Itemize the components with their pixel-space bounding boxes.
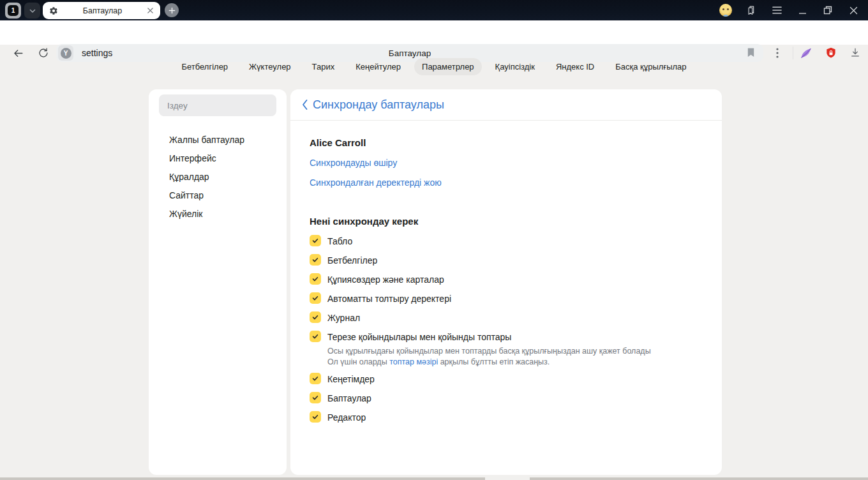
window-minimize-button[interactable] xyxy=(791,0,813,20)
nav-tab-extensions[interactable]: Кеңейтулер xyxy=(348,58,408,75)
nav-tab-settings[interactable]: Параметрлер xyxy=(414,58,482,75)
download-icon xyxy=(849,47,861,59)
maximize-restore-icon xyxy=(823,6,832,15)
checkbox-checked-icon[interactable] xyxy=(310,292,321,304)
nav-tab-security[interactable]: Қауіпсіздік xyxy=(488,58,542,75)
delete-synced-data-link[interactable]: Синхрондалған деректерді жою xyxy=(310,177,703,188)
settings-nav: Бетбелгілер Жүктеулер Тарих Кеңейтулер П… xyxy=(0,58,868,75)
sidebar-item-general[interactable]: Жалпы баптаулар xyxy=(149,131,287,149)
protect-icon: Y xyxy=(61,48,71,59)
titlebar: 1 Баптаулар xyxy=(0,0,868,20)
nav-tab-bookmarks[interactable]: Бетбелгілер xyxy=(174,58,236,75)
sync-settings-panel: Синхрондау баптаулары Alice Carroll Синх… xyxy=(290,89,722,475)
checkbox-checked-icon[interactable] xyxy=(310,411,321,423)
nav-tab-downloads[interactable]: Жүктеулер xyxy=(241,58,299,75)
url-text: settings xyxy=(82,48,112,58)
nav-tab-other-devices[interactable]: Басқа құрылғылар xyxy=(608,58,694,75)
settings-search[interactable] xyxy=(159,94,276,116)
tab-close-icon[interactable] xyxy=(147,7,154,14)
window-maximize-button[interactable] xyxy=(817,0,839,20)
hamburger-menu-icon xyxy=(772,6,782,15)
reload-icon xyxy=(38,47,49,59)
checkbox-checked-icon[interactable] xyxy=(310,273,321,285)
settings-sidebar: Жалпы баптаулар Интерфейс Құралдар Сайтт… xyxy=(149,89,287,475)
panels-bookmarks-button[interactable] xyxy=(740,0,762,20)
window-bottom-edge xyxy=(0,477,868,480)
bookmarks-panel-icon xyxy=(745,4,758,17)
toolbar: Y settings Баптаулар xyxy=(0,20,868,45)
chevron-down-icon xyxy=(29,7,36,15)
checkbox-checked-icon[interactable] xyxy=(310,311,321,323)
nav-tab-yandex-id[interactable]: Яндекс ID xyxy=(548,58,602,75)
back-chevron-icon xyxy=(301,99,308,110)
omnibox-page-title: Баптаулар xyxy=(56,49,763,58)
checkbox-checked-icon[interactable] xyxy=(310,331,321,342)
sidebar-item-tools[interactable]: Құралдар xyxy=(149,168,287,186)
checkbox-checked-icon[interactable] xyxy=(310,392,321,403)
tab-counter-button[interactable]: 1 xyxy=(5,3,21,19)
account-name: Alice Carroll xyxy=(310,137,703,148)
gear-icon xyxy=(49,6,58,15)
new-tab-button[interactable] xyxy=(165,3,179,17)
checkbox-checked-icon[interactable] xyxy=(310,254,321,266)
window-close-button[interactable] xyxy=(842,0,864,20)
sidebar-item-sites[interactable]: Сайттар xyxy=(149,186,287,205)
avatar xyxy=(719,4,732,17)
disable-sync-link[interactable]: Синхрондауды өшіру xyxy=(310,158,703,168)
tab-list-chevron-button[interactable] xyxy=(24,3,40,19)
bookmark-page-button[interactable] xyxy=(746,47,756,58)
browser-menu-button[interactable] xyxy=(766,0,788,20)
toolbar-separator xyxy=(793,47,793,59)
checkbox-row-bookmarks[interactable]: Бетбелгілер xyxy=(310,254,703,266)
checkbox-checked-icon[interactable] xyxy=(310,373,321,384)
checkbox-checked-icon[interactable] xyxy=(310,235,321,246)
back-arrow-icon xyxy=(12,47,24,59)
checkbox-row-tablo[interactable]: Табло xyxy=(310,235,703,247)
tab-counter-value: 1 xyxy=(8,5,19,16)
nav-tab-history[interactable]: Тарих xyxy=(304,58,343,75)
tab-title: Баптаулар xyxy=(58,6,147,15)
sidebar-item-system[interactable]: Жүйелік xyxy=(149,205,287,223)
profile-avatar-button[interactable] xyxy=(715,0,737,20)
checkbox-row-passwords-cards[interactable]: Құпиясөздер және карталар xyxy=(310,273,703,285)
sidebar-item-interface[interactable]: Интерфейс xyxy=(149,149,287,168)
checkbox-row-autofill[interactable]: Автоматты толтыру деректері xyxy=(310,292,703,304)
section-title: Нені синхрондау керек xyxy=(310,216,703,227)
checkbox-row-tabs-groups[interactable]: Терезе қойындылары мен қойынды топтары xyxy=(310,331,703,343)
browser-tab[interactable]: Баптаулар xyxy=(43,2,160,19)
page-title: Синхрондау баптаулары xyxy=(313,98,444,112)
sync-options-list: Табло Бетбелгілер Құпиясөздер және карта… xyxy=(310,235,703,423)
sync-settings-header[interactable]: Синхрондау баптаулары xyxy=(290,89,722,121)
browser-window: 1 Баптаулар xyxy=(0,0,868,480)
search-input[interactable] xyxy=(159,101,276,110)
groups-menu-link[interactable]: топтар мәзірі xyxy=(389,357,438,366)
checkbox-row-extensions[interactable]: Кеңетімдер xyxy=(310,373,703,385)
checkbox-row-editor[interactable]: Редактор xyxy=(310,411,703,423)
plus-icon xyxy=(168,7,176,14)
close-icon xyxy=(849,6,858,15)
tabs-groups-description: Осы құрылғыдағы қойындылар мен топтарды … xyxy=(327,346,703,367)
kebab-menu-icon xyxy=(776,48,779,58)
shield-lock-icon xyxy=(825,47,837,59)
checkbox-row-settings[interactable]: Баптаулар xyxy=(310,392,703,404)
checkbox-row-history[interactable]: Журнал xyxy=(310,311,703,324)
bookmark-flag-icon xyxy=(746,47,756,58)
minimize-icon xyxy=(798,6,807,15)
